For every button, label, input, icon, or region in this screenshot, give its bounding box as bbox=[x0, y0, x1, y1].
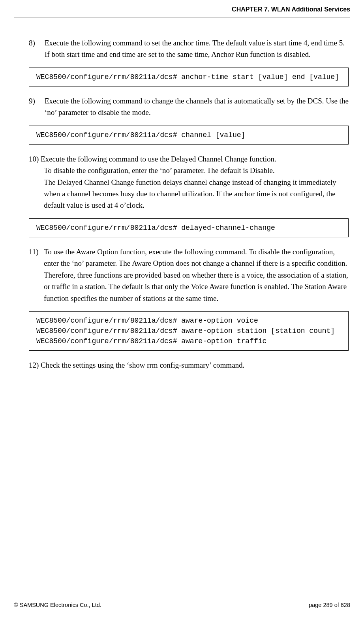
list-item: 8) Execute the following command to set … bbox=[29, 37, 350, 60]
item-text-rest: To disable the configuration, enter the … bbox=[29, 165, 350, 211]
item-text: Check the settings using the ‘show rrm c… bbox=[41, 361, 244, 369]
code-block: WEC8500/configure/rrm/80211a/dcs# aware-… bbox=[29, 311, 349, 351]
item-number: 8) bbox=[29, 37, 45, 60]
list-item: 12) Check the settings using the ‘show r… bbox=[29, 359, 350, 371]
code-block: WEC8500/configure/rrm/80211a/dcs# channe… bbox=[29, 126, 349, 145]
item-text: To use the Aware Option function, execut… bbox=[44, 246, 350, 304]
footer-page-number: page 289 of 628 bbox=[309, 601, 350, 609]
page-container: CHAPTER 7. WLAN Additional Services 8) E… bbox=[0, 0, 364, 618]
item-text: Execute the following command to change … bbox=[45, 95, 350, 118]
footer-copyright: © SAMSUNG Electronics Co., Ltd. bbox=[14, 601, 101, 609]
page-content: 8) Execute the following command to set … bbox=[14, 17, 350, 371]
chapter-title: CHAPTER 7. WLAN Additional Services bbox=[232, 6, 350, 13]
list-item: 9) Execute the following command to chan… bbox=[29, 95, 350, 118]
list-item: 11) To use the Aware Option function, ex… bbox=[29, 246, 350, 304]
code-block: WEC8500/configure/rrm/80211a/dcs# anchor… bbox=[29, 68, 349, 86]
code-block: WEC8500/configure/rrm/80211a/dcs# delaye… bbox=[29, 218, 349, 237]
item-text: Execute the following command to set the… bbox=[45, 37, 350, 60]
item-number: 9) bbox=[29, 95, 45, 118]
item-row: 10) Execute the following command to use… bbox=[29, 153, 350, 165]
list-item: 10) Execute the following command to use… bbox=[29, 153, 350, 211]
page-header: CHAPTER 7. WLAN Additional Services bbox=[14, 0, 350, 17]
item-number: 10) bbox=[29, 153, 39, 165]
item-number: 12) bbox=[29, 359, 39, 371]
item-number: 11) bbox=[29, 246, 44, 304]
item-text-line1: Execute the following command to use the… bbox=[41, 155, 276, 163]
page-footer: © SAMSUNG Electronics Co., Ltd. page 289… bbox=[14, 598, 350, 609]
